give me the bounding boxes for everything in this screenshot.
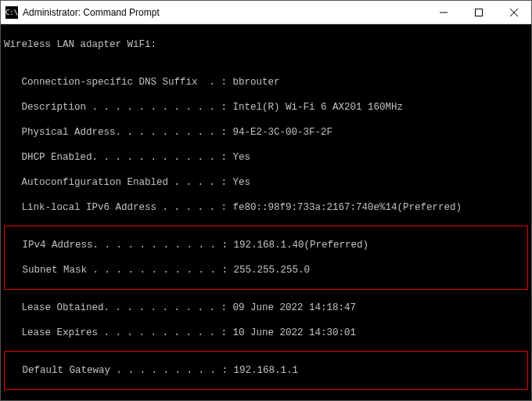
lease-obtained-line: Lease Obtained. . . . . . . . . . : 09 J… [4, 302, 528, 314]
ipv4-address-line: IPv4 Address. . . . . . . . . . . : 192.… [5, 239, 526, 251]
maximize-icon [475, 9, 483, 16]
lease-expires-line: Lease Expires . . . . . . . . . . : 10 J… [4, 327, 528, 339]
svg-rect-1 [475, 9, 482, 16]
highlight-box-gateway: Default Gateway . . . . . . . . . : 192.… [4, 351, 528, 390]
linklocal-ipv6-line: Link-local IPv6 Address . . . . . : fe80… [4, 201, 528, 214]
window-title: Administrator: Command Prompt [23, 7, 160, 18]
minimize-icon [440, 9, 448, 16]
physical-address-line: Physical Address. . . . . . . . . : 94-E… [4, 126, 528, 139]
titlebar[interactable]: C:\ Administrator: Command Prompt [1, 1, 531, 24]
maximize-button[interactable] [461, 1, 496, 23]
window-controls [426, 1, 531, 23]
close-icon [510, 9, 518, 16]
terminal-output[interactable]: Wireless LAN adapter WiFi: Connection-sp… [1, 24, 531, 400]
adapter-header: Wireless LAN adapter WiFi: [4, 38, 528, 51]
dhcp-enabled-line: DHCP Enabled. . . . . . . . . . . : Yes [4, 151, 528, 164]
description-line: Description . . . . . . . . . . . : Inte… [4, 101, 528, 114]
default-gateway-line: Default Gateway . . . . . . . . . : 192.… [5, 364, 526, 377]
cmd-icon: C:\ [5, 6, 18, 19]
highlight-box-ipv4-subnet: IPv4 Address. . . . . . . . . . . : 192.… [4, 226, 528, 290]
subnet-mask-line: Subnet Mask . . . . . . . . . . . : 255.… [5, 264, 526, 276]
close-button[interactable] [496, 1, 531, 23]
autoconfig-line: Autoconfiguration Enabled . . . . : Yes [4, 176, 528, 189]
minimize-button[interactable] [426, 1, 461, 23]
dns-suffix-line: Connection-specific DNS Suffix . : bbrou… [4, 76, 528, 89]
command-prompt-window: C:\ Administrator: Command Prompt Wirele… [0, 0, 532, 401]
